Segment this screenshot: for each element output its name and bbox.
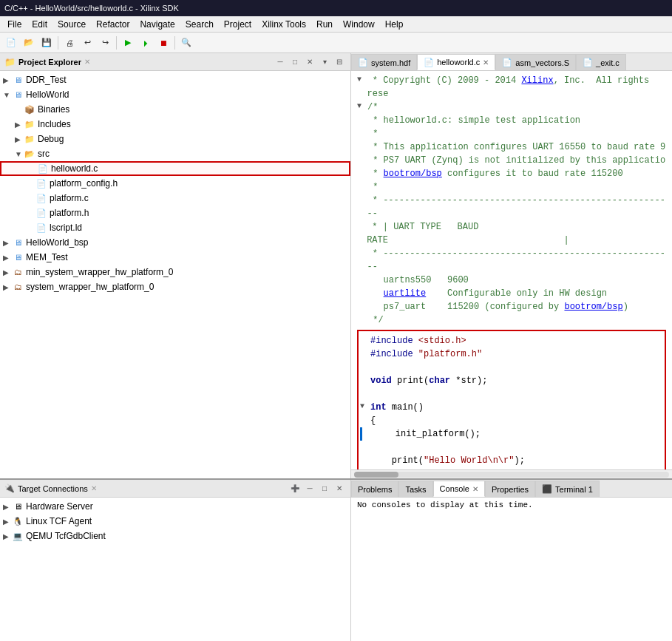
tree-item-system-wrapper[interactable]: ▶ 🗂 system_wrapper_hw_platform_0 [0, 279, 350, 294]
menu-edit[interactable]: Edit [27, 18, 52, 31]
menu-navigate[interactable]: Navigate [135, 18, 179, 31]
project-explorer-label: Project Explorer [18, 58, 81, 67]
tree-item-platform-h[interactable]: 📄 platform.h [0, 206, 350, 220]
tab-tasks[interactable]: Tasks [398, 481, 432, 497]
menu-source[interactable]: Source [53, 18, 90, 31]
code-editor[interactable]: ▼ * Copyright (C) 2009 - 2014 Xilinx, In… [351, 71, 672, 469]
code-text-1: /* [367, 101, 378, 114]
tree-item-binaries[interactable]: 📦 Binaries [0, 102, 350, 117]
tree-item-platform-config-h[interactable]: 📄 platform_config.h [0, 176, 350, 191]
code-line-copyright: ▼ * Copyright (C) 2009 - 2014 Xilinx, In… [357, 74, 666, 101]
toolbar-search-btn[interactable]: 🔍 [178, 35, 194, 51]
tree-item-helloworld[interactable]: ▼ 🖥 HelloWorld [0, 87, 350, 102]
tab-exit-c-label: _exit.c [596, 58, 620, 67]
code-text-11: uartns550 9600 [367, 274, 469, 287]
horizontal-scrollbar[interactable] [351, 469, 672, 478]
main-code-block: #include <stdio.h> #include "platform.h"… [357, 330, 666, 469]
code-text-12: uartlite Configurable only in HW design [367, 287, 607, 300]
code-include-1: #include <stdio.h> [360, 334, 663, 347]
tc-minimize-btn[interactable]: ─ [303, 482, 316, 495]
menu-xilinx-tools[interactable]: Xilinx Tools [257, 18, 310, 31]
menu-window[interactable]: Window [339, 18, 379, 31]
tab-helloworld-c-close[interactable]: ✕ [483, 58, 489, 67]
tab-asm-vectors-icon: 📄 [502, 58, 512, 67]
tree-item-debug[interactable]: ▶ 📁 Debug [0, 132, 350, 146]
tree-item-platform-c[interactable]: 📄 platform.c [0, 191, 350, 206]
label-platform-h: platform.h [50, 208, 89, 218]
code-text-8: * --------------------------------------… [367, 194, 666, 220]
label-min-system: min_system_wrapper_hw_platform_0 [26, 267, 173, 277]
scrollbar-track[interactable] [354, 472, 669, 478]
tree-item-src[interactable]: ▼ 📂 src [0, 146, 350, 161]
explorer-menu-btn[interactable]: ▾ [318, 55, 331, 69]
tc-close-btn[interactable]: ✕ [333, 482, 346, 495]
toolbar-sep-2 [116, 36, 117, 50]
explorer-filter-btn[interactable]: ⊟ [333, 55, 346, 69]
toolbar-redo-btn[interactable]: ↪ [97, 35, 113, 51]
tab-asm-vectors[interactable]: 📄 asm_vectors.S [495, 54, 576, 70]
toolbar: 📄 📂 💾 🖨 ↩ ↪ ▶ ⏵ ⏹ 🔍 [0, 33, 672, 53]
toolbar-print-btn[interactable]: 🖨 [61, 35, 78, 51]
toolbar-sep-1 [58, 36, 58, 50]
tree-item-helloworld-c[interactable]: 📄 helloworld.c [0, 161, 350, 176]
toolbar-save-btn[interactable]: 💾 [38, 35, 55, 51]
label-mem-test: MEM_Test [26, 252, 68, 262]
label-platform-c: platform.c [50, 193, 89, 203]
menu-search[interactable]: Search [181, 18, 218, 31]
toolbar-new-btn[interactable]: 📄 [3, 35, 19, 51]
explorer-close-btn[interactable]: ✕ [303, 55, 316, 69]
tree-item-mem-test[interactable]: ▶ 🖥 MEM_Test [0, 250, 350, 265]
tree-item-min-system[interactable]: ▶ 🗂 min_system_wrapper_hw_platform_0 [0, 265, 350, 279]
tab-exit-c[interactable]: 📄 _exit.c [576, 54, 626, 70]
toolbar-stop-btn[interactable]: ⏹ [155, 35, 172, 51]
fold-icon-2[interactable]: ▼ [357, 101, 367, 114]
toolbar-run-btn[interactable]: ⏵ [138, 35, 154, 51]
tree-item-lscript-ld[interactable]: 📄 lscript.ld [0, 220, 350, 235]
icon-qemu: 💻 [12, 530, 24, 542]
scrollbar-thumb[interactable] [354, 472, 398, 478]
explorer-maximize-btn[interactable]: □ [288, 55, 302, 69]
fold-icon-1[interactable]: ▼ [357, 74, 367, 101]
tc-maximize-btn[interactable]: □ [318, 482, 331, 495]
code-line-8: * --------------------------------------… [357, 194, 666, 220]
titlebar: C/C++ - HelloWorld/src/helloworld.c - Xi… [0, 0, 672, 16]
main-layout: 📁 Project Explorer ✕ ─ □ ✕ ▾ ⊟ ▶ 🖥 DDR [0, 53, 672, 641]
toolbar-debug-btn[interactable]: ▶ [120, 35, 136, 51]
tab-console-close[interactable]: ✕ [472, 485, 478, 493]
content-area: 📁 Project Explorer ✕ ─ □ ✕ ▾ ⊟ ▶ 🖥 DDR [0, 53, 672, 478]
tab-console[interactable]: Console ✕ [433, 481, 485, 497]
tree-item-helloworld-bsp[interactable]: ▶ 🖥 HelloWorld_bsp [0, 235, 350, 250]
explorer-header-icons: ─ □ ✕ ▾ ⊟ [274, 55, 346, 69]
code-init-platform-text: init_platform(); [374, 427, 481, 441]
tc-hardware-server[interactable]: ▶ 🖥 Hardware Server [0, 499, 350, 514]
menu-file[interactable]: File [3, 18, 26, 31]
menu-run[interactable]: Run [312, 18, 337, 31]
tab-problems[interactable]: Problems [351, 481, 398, 497]
toolbar-open-btn[interactable]: 📂 [21, 35, 37, 51]
icon-lscript-ld: 📄 [35, 222, 47, 234]
arrow-debug: ▶ [15, 135, 24, 143]
menu-help[interactable]: Help [381, 18, 408, 31]
code-text-10: * --------------------------------------… [367, 247, 666, 274]
tree-item-includes[interactable]: ▶ 📁 Includes [0, 117, 350, 132]
target-connections-label: Target Connections [18, 484, 88, 493]
menu-project[interactable]: Project [220, 18, 256, 31]
tree-item-ddr-test[interactable]: ▶ 🖥 DDR_Test [0, 72, 350, 87]
tab-terminal-1[interactable]: ⬛ Terminal 1 [535, 481, 600, 497]
tc-add-btn[interactable]: ➕ [288, 482, 302, 495]
icon-hardware-server: 🖥 [12, 501, 24, 512]
tc-qemu[interactable]: ▶ 💻 QEMU TcfGdbClient [0, 529, 350, 543]
label-includes: Includes [38, 119, 71, 129]
code-brace-open: { [360, 414, 663, 427]
explorer-minimize-btn[interactable]: ─ [274, 55, 287, 69]
tc-linux-tcf[interactable]: ▶ 🐧 Linux TCF Agent [0, 514, 350, 529]
tab-system-hdf[interactable]: 📄 system.hdf [351, 54, 417, 70]
menu-refactor[interactable]: Refactor [92, 18, 134, 31]
tab-helloworld-c[interactable]: 📄 helloworld.c ✕ [417, 54, 495, 70]
fold-main[interactable]: ▼ [360, 401, 370, 414]
toolbar-undo-btn[interactable]: ↩ [79, 35, 95, 51]
arrow-helloworld: ▼ [3, 91, 12, 99]
tab-properties[interactable]: Properties [485, 481, 535, 497]
icon-min-system: 🗂 [12, 266, 24, 278]
code-blank-3 [360, 441, 663, 454]
